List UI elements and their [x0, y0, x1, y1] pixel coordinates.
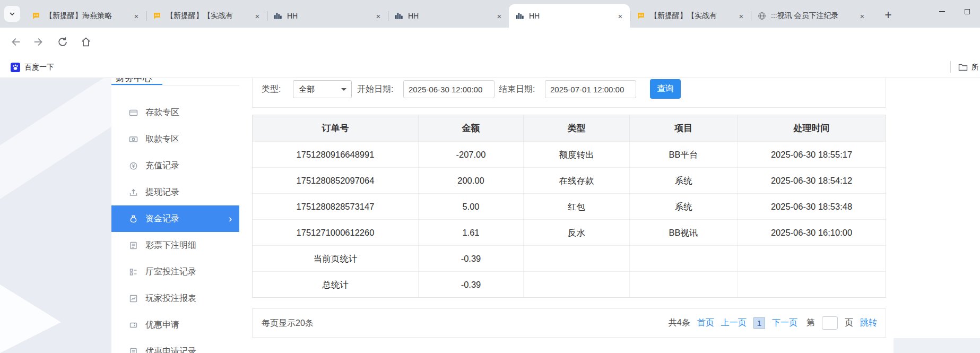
next-page-link[interactable]: 下一页	[772, 317, 797, 329]
sidebar-item-hall-bet-records[interactable]: 厅室投注记录	[111, 259, 239, 285]
cell-amount: 1.61	[419, 219, 524, 245]
sidebar-item-label: 资金记录	[145, 213, 179, 225]
tab-close-icon[interactable]: ×	[857, 11, 868, 21]
start-date-input[interactable]	[403, 80, 495, 98]
cell-project: BB平台	[630, 141, 738, 167]
table-header-row: 订单号 金额 类型 项目 处理时间	[253, 115, 886, 141]
cell-order: 1751280828573147	[253, 193, 419, 219]
start-date-label: 开始日期:	[357, 84, 393, 95]
sidebar-item-label: 彩票下注明细	[145, 240, 196, 251]
pager-controls: 共4条 首页 上一页 1 下一页 第 页 跳转	[669, 309, 877, 337]
sidebar-item-cashout-records[interactable]: 提现记录	[111, 179, 239, 205]
tab-close-icon[interactable]: ×	[373, 11, 384, 21]
ticket-icon	[129, 321, 138, 330]
home-button[interactable]	[76, 32, 96, 52]
sidebar-item-recharge-records[interactable]: 充值记录	[111, 152, 239, 179]
baidu-favicon-icon	[11, 63, 20, 72]
banknote-icon	[129, 135, 138, 144]
cell-project	[630, 245, 738, 271]
sidebar-divider	[111, 85, 239, 85]
money-bag-icon	[129, 214, 138, 223]
cell-project: 系统	[630, 193, 738, 219]
browser-tab-2[interactable]: 【新提醒】【实战有 ×	[146, 4, 267, 28]
cell-time	[738, 245, 886, 271]
chevron-right-icon: ›	[229, 213, 232, 225]
tab-close-icon[interactable]: ×	[252, 11, 263, 21]
tab-list: 【新提醒】海燕策略 × 【新提醒】【实战有 × HH × HH × HH	[25, 4, 872, 28]
cell-order: 1751280916648991	[253, 141, 419, 167]
prev-page-link[interactable]: 上一页	[721, 317, 747, 329]
sidebar-item-deposit-zone[interactable]: 存款专区	[111, 99, 239, 126]
chat-favicon-icon	[153, 12, 161, 20]
sidebar-item-player-bet-report[interactable]: 玩家投注报表	[111, 285, 239, 312]
cash-out-icon	[129, 188, 138, 197]
browser-tab-6[interactable]: 【新提醒】【实战有 ×	[630, 4, 751, 28]
column-header-order: 订单号	[253, 115, 419, 141]
end-date-input[interactable]	[545, 80, 636, 98]
forward-button[interactable]	[29, 32, 49, 52]
jump-button[interactable]: 跳转	[860, 317, 877, 329]
sidebar-item-promo-apply[interactable]: 优惠申请	[111, 312, 239, 338]
refresh-button[interactable]	[53, 32, 73, 52]
tab-close-icon[interactable]: ×	[615, 11, 626, 21]
cell-time: 2025-06-30 16:10:00	[738, 219, 886, 245]
back-button[interactable]	[5, 32, 25, 52]
cell-project: BB视讯	[630, 219, 738, 245]
cell-project	[630, 271, 738, 297]
sidebar-item-withdraw-zone[interactable]: 取款专区	[111, 126, 239, 152]
new-tab-button[interactable]: +	[880, 6, 897, 23]
sidebar: 财务中心 存款专区 取款专区 充值记录 提现记录	[111, 78, 239, 353]
tab-title: HH	[287, 12, 368, 20]
tab-search-button[interactable]	[4, 6, 20, 22]
end-date-label: 结束日期:	[499, 84, 535, 95]
table-row: 1751280828573147 5.00 红包 系统 2025-06-30 1…	[253, 193, 886, 219]
cell-type	[524, 245, 630, 271]
search-button[interactable]: 查询	[650, 79, 681, 99]
tab-close-icon[interactable]: ×	[131, 11, 142, 21]
cell-order: 总统计	[253, 271, 419, 297]
sidebar-item-label: 优惠申请记录	[145, 346, 196, 353]
waveform-favicon-icon	[516, 12, 524, 20]
tab-close-icon[interactable]: ×	[494, 11, 505, 21]
cell-amount: 5.00	[419, 193, 524, 219]
sidebar-item-promo-apply-records[interactable]: 优惠申请记录	[111, 338, 239, 353]
all-bookmarks-button[interactable]: 所	[958, 60, 979, 74]
browser-tab-1[interactable]: 【新提醒】海燕策略 ×	[25, 4, 146, 28]
type-select[interactable]: 全部	[293, 80, 352, 98]
sidebar-item-label: 充值记录	[145, 160, 179, 171]
pagination-bar: 每页显示20条 共4条 首页 上一页 1 下一页 第 页 跳转	[252, 308, 886, 338]
tab-strip: 【新提醒】海燕策略 × 【新提醒】【实战有 × HH × HH × HH	[0, 0, 980, 28]
browser-tab-7[interactable]: :::视讯 会员下注纪录 ×	[751, 4, 872, 28]
total-count-text: 共4条	[669, 317, 690, 329]
sidebar-menu: 存款专区 取款专区 充值记录 提现记录 资金记录 ›	[111, 99, 239, 353]
all-bookmarks-label: 所	[972, 63, 979, 72]
sidebar-item-fund-records[interactable]: 资金记录 ›	[111, 205, 239, 232]
sidebar-item-label: 存款专区	[145, 107, 179, 118]
page-size-text: 每页显示20条	[262, 309, 314, 337]
tab-close-icon[interactable]: ×	[736, 11, 747, 21]
bookmark-baidu[interactable]: 百度一下	[6, 60, 58, 74]
jump-suffix-label: 页	[845, 317, 853, 329]
filter-bar: 类型: 全部 开始日期: 结束日期: 查询	[252, 78, 886, 108]
column-header-project: 项目	[630, 115, 738, 141]
jump-page-input[interactable]	[822, 316, 838, 330]
cell-type: 红包	[524, 193, 630, 219]
tab-title: 【新提醒】【实战有	[650, 11, 731, 21]
first-page-link[interactable]: 首页	[697, 317, 714, 329]
minimize-button[interactable]	[929, 0, 955, 23]
chart-icon	[129, 294, 138, 303]
web-page: 财务中心 存款专区 取款专区 充值记录 提现记录	[0, 78, 980, 353]
maximize-button[interactable]	[955, 0, 980, 23]
cell-amount: -0.39	[419, 245, 524, 271]
table-row: 1751271000612260 1.61 反水 BB视讯 2025-06-30…	[253, 219, 886, 245]
tab-title: 【新提醒】【实战有	[166, 11, 247, 21]
sidebar-item-lottery-bet-details[interactable]: 彩票下注明细	[111, 232, 239, 259]
browser-tab-4[interactable]: HH ×	[388, 4, 509, 28]
browser-tab-5-active[interactable]: HH ×	[509, 4, 630, 28]
browser-tab-3[interactable]: HH ×	[267, 4, 388, 28]
column-header-amount: 金额	[419, 115, 524, 141]
sidebar-item-label: 优惠申请	[145, 320, 179, 331]
background-decoration	[0, 78, 111, 203]
list-icon	[129, 268, 138, 277]
folder-icon	[958, 63, 968, 72]
